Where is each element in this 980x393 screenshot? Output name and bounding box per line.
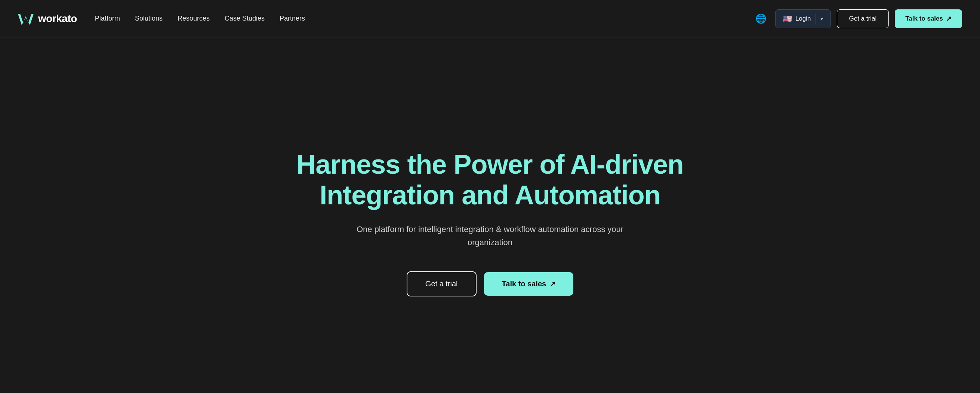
- nav-link-partners[interactable]: Partners: [280, 14, 305, 22]
- login-divider: [816, 13, 816, 24]
- logo-text: workato: [38, 13, 77, 25]
- get-trial-button[interactable]: Get a trial: [837, 10, 889, 28]
- logo-link[interactable]: workato: [18, 12, 77, 25]
- hero-section: Harness the Power of AI-driven Integrati…: [0, 37, 980, 393]
- nav-link-solutions[interactable]: Solutions: [135, 14, 162, 22]
- hero-title: Harness the Power of AI-driven Integrati…: [296, 149, 684, 211]
- nav-item-resources[interactable]: Resources: [178, 14, 210, 22]
- talk-sales-label: Talk to sales: [905, 15, 943, 22]
- hero-actions: Get a trial Talk to sales ↗: [407, 272, 573, 296]
- nav-link-resources[interactable]: Resources: [178, 14, 210, 22]
- hero-trial-label: Get a trial: [425, 280, 458, 288]
- nav-right: 🌐 🇺🇸 Login ▾ Get a trial Talk to sales ↗: [753, 10, 962, 28]
- hero-title-line2: Integration and Automation: [320, 180, 660, 210]
- globe-icon: 🌐: [756, 13, 767, 24]
- us-flag-icon: 🇺🇸: [783, 14, 792, 23]
- talk-to-sales-button[interactable]: Talk to sales ↗: [895, 10, 962, 28]
- hero-title-line1: Harness the Power of AI-driven: [296, 149, 684, 179]
- chevron-down-icon: ▾: [820, 16, 823, 22]
- nav-item-platform[interactable]: Platform: [95, 14, 120, 22]
- navbar: workato Platform Solutions Resources Cas…: [0, 0, 980, 37]
- nav-link-platform[interactable]: Platform: [95, 14, 120, 22]
- nav-item-solutions[interactable]: Solutions: [135, 14, 162, 22]
- nav-links: Platform Solutions Resources Case Studie…: [95, 14, 305, 22]
- nav-left: workato Platform Solutions Resources Cas…: [18, 12, 305, 25]
- workato-logo-icon: [18, 12, 33, 25]
- external-link-icon: ↗: [946, 14, 951, 23]
- hero-external-link-icon: ↗: [550, 280, 555, 288]
- get-trial-label: Get a trial: [849, 15, 877, 22]
- nav-item-case-studies[interactable]: Case Studies: [224, 14, 265, 22]
- login-label: Login: [795, 15, 811, 22]
- hero-subtitle: One platform for intelligent integration…: [355, 223, 625, 249]
- hero-sales-label: Talk to sales: [502, 280, 546, 288]
- nav-link-case-studies[interactable]: Case Studies: [224, 14, 265, 22]
- hero-get-trial-button[interactable]: Get a trial: [407, 272, 477, 296]
- nav-item-partners[interactable]: Partners: [280, 14, 305, 22]
- language-selector-button[interactable]: 🌐: [753, 11, 769, 27]
- hero-talk-to-sales-button[interactable]: Talk to sales ↗: [484, 272, 574, 296]
- login-button[interactable]: 🇺🇸 Login ▾: [775, 10, 831, 28]
